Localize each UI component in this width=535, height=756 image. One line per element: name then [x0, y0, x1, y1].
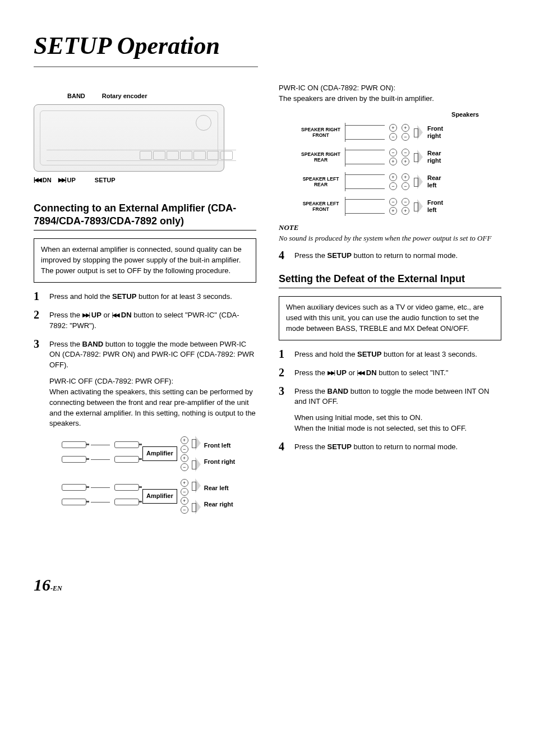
label-rotary-encoder: Rotary encoder — [102, 92, 147, 101]
speaker-icon — [192, 478, 201, 493]
speakers-heading: Speakers — [301, 110, 479, 119]
label-dn: |◀◀DN — [34, 176, 52, 185]
right-column: PWR-IC ON (CDA-7892: PWR ON): The speake… — [279, 81, 501, 528]
speaker-row: SPEAKER LEFT REAR +− +− Rear left — [301, 172, 501, 191]
next-track-icon: ▶▶| — [82, 311, 90, 320]
section-rule — [34, 230, 256, 231]
label-setup: SETUP — [95, 176, 116, 185]
pwr-on-heading: PWR-IC ON (CDA-7892: PWR ON): — [279, 84, 395, 92]
speaker-icon — [414, 174, 423, 189]
speaker-icon — [414, 125, 423, 140]
section-heading-defeat: Setting the Defeat of the External Input — [279, 273, 501, 285]
step-4: 4 Press the SETUP button to return to no… — [279, 441, 501, 453]
page-title: SETUP Operation — [34, 28, 501, 64]
section-heading-external-amp: Connecting to an External Amplifier (CDA… — [34, 202, 256, 228]
pwr-off-heading: PWR-IC OFF (CDA-7892: PWR OFF): — [49, 377, 173, 385]
note-heading: NOTE — [279, 223, 501, 233]
speaker-icon — [192, 436, 201, 450]
step-2: 2 Press the ▶▶| UP or |◀◀ DN button to s… — [279, 367, 501, 379]
title-rule — [34, 66, 258, 67]
intro-box-external-amp: When an external amplifier is connected,… — [34, 238, 256, 283]
speaker-row: SPEAKER RIGHT REAR −+ −+ Rear right — [301, 147, 501, 167]
step-3: 3 Press the BAND button to toggle the mo… — [279, 385, 501, 434]
speaker-icon — [414, 199, 423, 214]
step-1: 1 Press and hold the SETUP button for at… — [279, 348, 501, 360]
speaker-diagram: Speakers SPEAKER RIGHT FRONT +− +− Front… — [301, 110, 501, 216]
pwr-on-body: The speakers are driven by the built-in … — [279, 94, 434, 103]
amplifier-diagram: Amplifier + − + − — [62, 436, 256, 514]
step-3-sub: When using Initial mode, set this to ON.… — [294, 413, 501, 434]
prev-track-icon: |◀◀ — [34, 176, 41, 185]
note-body: No sound is produced by the system when … — [279, 233, 501, 244]
next-track-icon: ▶▶| — [328, 369, 335, 377]
step-3: 3 Press the BAND button to toggle the mo… — [34, 338, 256, 522]
amplifier-box: Amplifier — [142, 489, 177, 504]
page-footer: 16-EN — [34, 573, 501, 597]
speaker-icon — [192, 500, 201, 514]
pwr-off-body: When activating the speakers, this setti… — [49, 388, 256, 428]
speaker-icon — [192, 457, 201, 472]
page-suffix: -EN — [50, 584, 62, 592]
label-band: BAND — [67, 92, 85, 101]
speaker-icon — [414, 150, 423, 164]
speaker-row: SPEAKER LEFT FRONT −+ −+ Front left — [301, 197, 501, 216]
prev-track-icon: |◀◀ — [112, 311, 119, 320]
intro-box-defeat: When auxiliary devices such as a TV or v… — [279, 296, 501, 340]
step-1: 1 Press and hold the SETUP button for at… — [34, 291, 256, 302]
step-4-cont: 4 Press the SETUP button to return to no… — [279, 250, 501, 261]
label-up: ▶▶|UP — [58, 176, 76, 185]
speaker-row: SPEAKER RIGHT FRONT +− +− Front right — [301, 123, 501, 142]
prev-track-icon: |◀◀ — [357, 369, 365, 377]
device-illustration: BAND Rotary encoder |◀◀DN ▶▶|UP SETUP — [34, 92, 256, 185]
left-column: BAND Rotary encoder |◀◀DN ▶▶|UP SETUP Co… — [34, 81, 256, 528]
section-rule — [279, 288, 501, 288]
steps-external-amp: 1 Press and hold the SETUP button for at… — [34, 291, 256, 521]
step-2: 2 Press the ▶▶| UP or |◀◀ DN button to s… — [34, 309, 256, 331]
next-track-icon: ▶▶| — [58, 176, 66, 185]
page-number: 16 — [34, 575, 50, 594]
amplifier-box: Amplifier — [142, 446, 177, 461]
steps-defeat: 1 Press and hold the SETUP button for at… — [279, 348, 501, 453]
